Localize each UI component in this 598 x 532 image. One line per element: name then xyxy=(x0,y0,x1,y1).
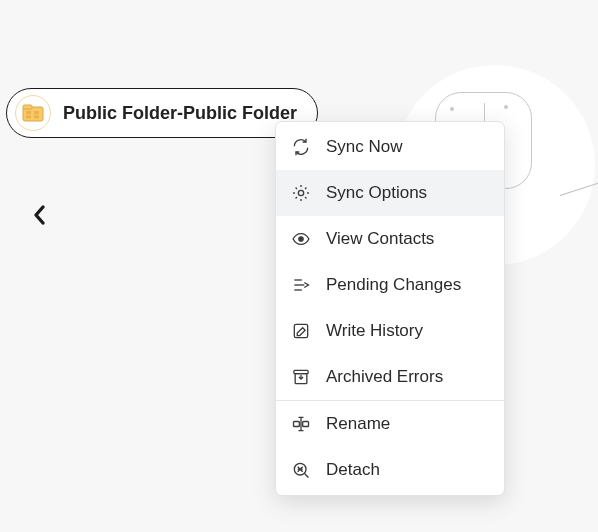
menu-item-pending-changes[interactable]: Pending Changes xyxy=(276,262,504,308)
archive-icon xyxy=(290,366,312,388)
menu-item-label: Sync Now xyxy=(326,137,403,157)
svg-rect-1 xyxy=(23,105,32,109)
svg-rect-17 xyxy=(303,422,309,427)
menu-item-label: Write History xyxy=(326,321,423,341)
menu-item-sync-now[interactable]: Sync Now xyxy=(276,124,504,170)
svg-point-7 xyxy=(299,237,303,241)
menu-item-label: Archived Errors xyxy=(326,367,443,387)
context-menu: Sync Now Sync Options View Contacts xyxy=(275,121,505,496)
sync-now-icon xyxy=(290,136,312,158)
svg-point-6 xyxy=(298,190,303,195)
folder-chip[interactable]: Public Folder-Public Folder xyxy=(6,88,318,138)
rename-icon xyxy=(290,413,312,435)
menu-item-label: Rename xyxy=(326,414,390,434)
menu-item-sync-options[interactable]: Sync Options xyxy=(276,170,504,216)
gear-icon xyxy=(290,182,312,204)
back-button[interactable] xyxy=(26,201,54,229)
menu-item-rename[interactable]: Rename xyxy=(276,401,504,447)
detach-icon xyxy=(290,459,312,481)
pending-icon xyxy=(290,274,312,296)
svg-line-19 xyxy=(305,474,309,478)
menu-item-write-history[interactable]: Write History xyxy=(276,308,504,354)
svg-rect-16 xyxy=(294,422,300,427)
menu-item-label: Sync Options xyxy=(326,183,427,203)
svg-rect-11 xyxy=(294,324,307,337)
svg-rect-5 xyxy=(34,115,39,118)
menu-item-view-contacts[interactable]: View Contacts xyxy=(276,216,504,262)
menu-item-detach[interactable]: Detach xyxy=(276,447,504,493)
edit-icon xyxy=(290,320,312,342)
menu-item-label: Pending Changes xyxy=(326,275,461,295)
eye-icon xyxy=(290,228,312,250)
menu-item-label: Detach xyxy=(326,460,380,480)
menu-item-archived-errors[interactable]: Archived Errors xyxy=(276,354,504,400)
svg-rect-4 xyxy=(26,115,31,118)
menu-item-label: View Contacts xyxy=(326,229,434,249)
svg-rect-3 xyxy=(34,111,39,114)
svg-rect-2 xyxy=(26,111,31,114)
folder-chip-label: Public Folder-Public Folder xyxy=(63,103,297,124)
office-folder-icon xyxy=(15,95,51,131)
